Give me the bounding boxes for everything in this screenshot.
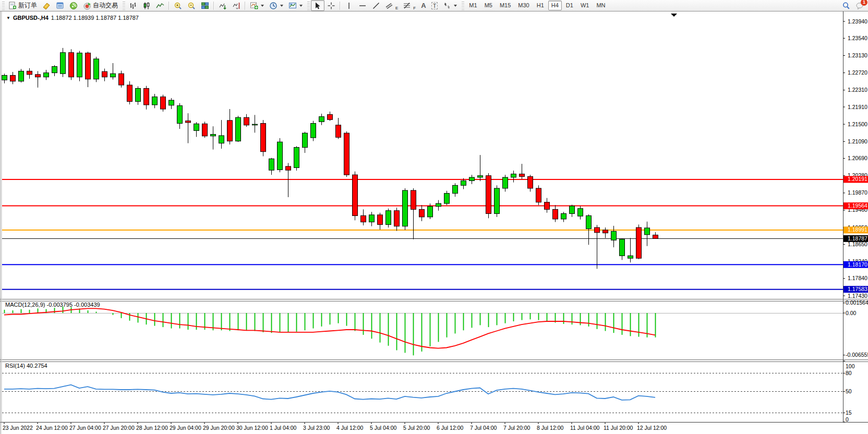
timeframe-w1[interactable]: W1 (577, 1, 593, 10)
autotrading-icon (83, 2, 91, 10)
crosshair-tool-button[interactable] (324, 0, 338, 11)
timeframe-d1[interactable]: D1 (563, 1, 576, 10)
svg-text:1 Jul 04:00: 1 Jul 04:00 (270, 425, 297, 431)
candlestick-icon (142, 2, 151, 10)
zoom-in-button[interactable] (171, 0, 185, 11)
data-window-icon (56, 2, 64, 10)
svg-text:1.22720: 1.22720 (848, 69, 867, 76)
timeframe-m5[interactable]: M5 (481, 1, 496, 10)
arrows-dropdown-caret (454, 5, 457, 7)
timeframe-m1[interactable]: M1 (466, 1, 480, 10)
chart-shift-button[interactable] (230, 0, 243, 11)
svg-text:1.17840: 1.17840 (848, 275, 867, 281)
svg-text:30 Jun 12:00: 30 Jun 12:00 (236, 425, 268, 431)
timeframe-mn[interactable]: MN (593, 1, 608, 10)
label-tool-button[interactable]: T (429, 0, 441, 11)
svg-text:28 Jun 12:00: 28 Jun 12:00 (136, 425, 168, 431)
svg-text:1.21910: 1.21910 (848, 104, 867, 110)
svg-text:7 Jul 20:00: 7 Jul 20:00 (503, 425, 531, 431)
arrows-tool-button[interactable] (440, 0, 460, 11)
search-icon[interactable] (842, 2, 850, 10)
svg-text:1.22310: 1.22310 (848, 87, 867, 93)
svg-text:1.21090: 1.21090 (848, 138, 867, 144)
auto-scroll-button[interactable] (216, 0, 230, 11)
toolbar-grip[interactable] (123, 2, 125, 10)
line-chart-button[interactable] (153, 0, 167, 11)
bar-chart-button[interactable] (126, 0, 140, 11)
text-tool-icon: A (421, 2, 426, 9)
quotes-button[interactable] (40, 0, 53, 11)
text-tool-button[interactable]: A (418, 0, 428, 11)
toolbar-grip[interactable] (462, 2, 464, 10)
toolbar-separator (168, 2, 170, 10)
svg-text:3 Jul 23:00: 3 Jul 23:00 (303, 425, 330, 431)
clock-icon (269, 2, 278, 10)
timeframe-h4[interactable]: H4 (548, 1, 562, 10)
timeframe-h1[interactable]: H1 (534, 1, 547, 10)
svg-text:0.00: 0.00 (846, 310, 857, 316)
chart-window: 1.239401.235401.231301.227201.223101.219… (0, 11, 868, 434)
cursor-tool-button[interactable] (311, 0, 324, 11)
trendline-tool-button[interactable] (369, 0, 383, 11)
svg-text:1.17430: 1.17430 (848, 293, 867, 299)
new-order-button[interactable]: 新订单 (6, 0, 40, 11)
svg-text:1.23130: 1.23130 (848, 52, 867, 58)
svg-text:1.18787: 1.18787 (848, 235, 867, 242)
macd-values: -0.003795 -0.003439 (46, 302, 100, 308)
line-chart-icon (156, 2, 164, 10)
vertical-line-icon (345, 2, 353, 10)
fibo-tool-button[interactable]: F (401, 0, 418, 11)
notifications-button[interactable]: 1 (855, 2, 864, 10)
tile-windows-button[interactable] (198, 0, 212, 11)
svg-text:11 Jul 04:00: 11 Jul 04:00 (570, 425, 600, 431)
periods-button[interactable] (267, 0, 286, 11)
svg-text:1.21500: 1.21500 (848, 121, 867, 127)
macd-name: MACD(12,26,9) (5, 302, 45, 308)
toolbar-separator (213, 2, 214, 10)
rsi-value: 40.2754 (27, 363, 47, 369)
zoom-out-button[interactable] (185, 0, 198, 11)
new-order-icon (8, 2, 17, 10)
svg-text:4 Jul 12:00: 4 Jul 12:00 (336, 425, 364, 431)
templates-button[interactable] (286, 0, 305, 11)
symbol-period-label: GBPUSD-,H4 (13, 15, 49, 21)
zoom-out-icon (187, 2, 196, 10)
svg-text:1.20690: 1.20690 (848, 155, 867, 161)
periods-dropdown-caret (280, 5, 283, 7)
svg-text:23 Jun 2022: 23 Jun 2022 (3, 425, 33, 431)
candlestick-button[interactable] (140, 0, 153, 11)
fibonacci-icon (403, 2, 412, 10)
channel-icon (385, 2, 394, 10)
toolbar-grip[interactable] (307, 2, 310, 10)
templates-icon (288, 2, 297, 10)
svg-text:1.17583: 1.17583 (848, 286, 867, 292)
toolbar-separator (340, 2, 341, 10)
svg-text:27 Jun 20:00: 27 Jun 20:00 (103, 425, 135, 431)
zoom-in-icon (174, 2, 182, 10)
timeframe-m15[interactable]: M15 (497, 1, 514, 10)
signals-button[interactable] (67, 0, 80, 11)
svg-text:1.19564: 1.19564 (848, 202, 867, 209)
vline-tool-button[interactable] (342, 0, 356, 11)
hline-tool-button[interactable] (356, 0, 369, 11)
toolbar: 新订单 自动交易 (0, 0, 868, 11)
svg-text:5 Jul 04:00: 5 Jul 04:00 (370, 425, 397, 431)
chart-canvas[interactable]: 1.239401.235401.231301.227201.223101.219… (0, 11, 868, 434)
toolbar-right: 1 (842, 2, 868, 10)
toolbar-grip[interactable] (2, 2, 5, 10)
data-window-button[interactable] (53, 0, 67, 11)
autotrading-button[interactable]: 自动交易 (80, 0, 120, 11)
svg-text:1.18991: 1.18991 (848, 226, 867, 233)
svg-text:100: 100 (846, 363, 855, 369)
svg-text:1.19870: 1.19870 (848, 189, 867, 196)
indicators-button[interactable] (247, 0, 267, 11)
timeframe-m30[interactable]: M30 (515, 1, 532, 10)
svg-text:1.20191: 1.20191 (848, 176, 867, 182)
svg-text:11 Jul 20:00: 11 Jul 20:00 (604, 425, 633, 431)
trendline-icon (372, 2, 380, 10)
indicators-icon (250, 2, 258, 10)
channel-tool-button[interactable]: E (383, 0, 401, 11)
svg-text:80: 80 (846, 370, 852, 376)
svg-text:0: 0 (846, 416, 849, 423)
symbol-dropdown-icon[interactable]: ▼ (6, 16, 10, 20)
